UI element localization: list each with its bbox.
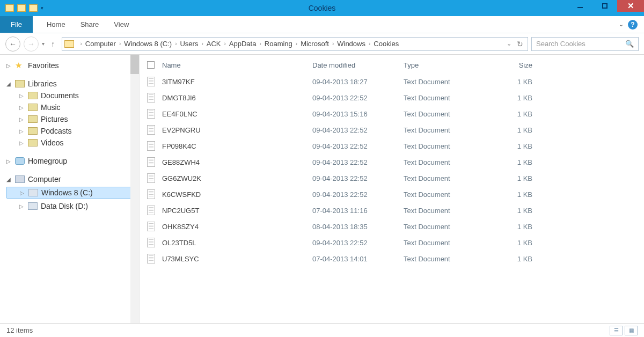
table-row[interactable]: OHK8SZY408-04-2013 18:35Text Document1 K… — [140, 218, 644, 235]
file-name: U73MLSYC — [162, 255, 312, 263]
table-row[interactable]: DMGT8JI609-04-2013 22:52Text Document1 K… — [140, 90, 644, 106]
table-row[interactable]: NPC2UG5T07-04-2013 11:16Text Document1 K… — [140, 202, 644, 218]
tree-item-music[interactable]: ▷Music — [6, 103, 136, 112]
select-all-checkbox[interactable] — [147, 61, 162, 69]
search-placeholder: Search Cookies — [536, 40, 586, 48]
table-row[interactable]: K6CWSFKD09-04-2013 22:52Text Document1 K… — [140, 186, 644, 202]
help-icon[interactable]: ? — [628, 20, 638, 30]
breadcrumb[interactable]: Microsoft — [301, 40, 329, 48]
breadcrumb[interactable]: Roaming — [265, 40, 292, 48]
file-size: 1 KB — [489, 94, 543, 102]
chevron-down-icon[interactable]: ⌄ — [507, 40, 511, 47]
breadcrumb[interactable]: Users — [180, 40, 198, 48]
chevron-down-icon[interactable]: ▾ — [42, 41, 45, 47]
expand-icon[interactable]: ▷ — [20, 190, 25, 196]
table-row[interactable]: EE4F0LNC09-04-2013 15:16Text Document1 K… — [140, 106, 644, 122]
expand-icon[interactable]: ▷ — [19, 93, 25, 99]
breadcrumb[interactable]: Windows — [337, 40, 365, 48]
tree-libraries[interactable]: ◢ Libraries — [6, 79, 136, 88]
nav-row: ← → ▾ ↑ › Computer › Windows 8 (C:) › Us… — [0, 33, 644, 55]
breadcrumb[interactable]: AppData — [229, 40, 257, 48]
status-bar: 12 items ☰ ▦ — [0, 323, 644, 337]
address-bar[interactable]: › Computer › Windows 8 (C:) › Users › AC… — [62, 37, 529, 51]
expand-icon[interactable]: ▷ — [19, 203, 25, 209]
file-size: 1 KB — [489, 126, 543, 134]
minimize-button[interactable] — [568, 0, 592, 12]
col-name[interactable]: Name — [162, 61, 312, 69]
folder-icon — [5, 4, 14, 12]
tree-item-podcasts[interactable]: ▷Podcasts — [6, 127, 136, 135]
col-date[interactable]: Date modified — [312, 61, 404, 69]
tree-item-drive-d[interactable]: ▷Data Disk (D:) — [6, 202, 136, 210]
breadcrumb[interactable]: Cookies — [374, 40, 399, 48]
maximize-button[interactable] — [592, 0, 617, 12]
col-type[interactable]: Type — [404, 61, 489, 69]
chevron-right-icon: › — [77, 41, 85, 47]
file-icon — [147, 222, 162, 231]
expand-icon[interactable]: ▷ — [19, 116, 25, 122]
col-size[interactable]: Size — [489, 61, 543, 69]
file-type: Text Document — [404, 207, 489, 215]
close-button[interactable]: ✕ — [617, 0, 644, 12]
tree-item-videos[interactable]: ▷Videos — [6, 138, 136, 147]
expand-icon[interactable]: ▷ — [19, 140, 25, 146]
expand-icon[interactable]: ▷ — [19, 128, 25, 134]
file-name: K6CWSFKD — [162, 191, 312, 199]
table-row[interactable]: OL23TD5L09-04-2013 22:52Text Document1 K… — [140, 235, 644, 251]
refresh-icon[interactable]: ↻ — [517, 40, 523, 48]
libraries-icon — [15, 80, 25, 87]
folder-icon — [17, 4, 26, 12]
scroll-thumb[interactable] — [130, 55, 139, 74]
file-list: Name Date modified Type Size 3ITM97KF09-… — [140, 55, 644, 323]
breadcrumb[interactable]: Windows 8 (C:) — [124, 40, 172, 48]
chevron-down-icon[interactable]: ⌄ — [619, 21, 624, 28]
library-icon — [28, 127, 38, 135]
back-button[interactable]: ← — [5, 36, 20, 52]
table-row[interactable]: 3ITM97KF09-04-2013 18:27Text Document1 K… — [140, 74, 644, 90]
forward-button[interactable]: → — [24, 36, 39, 52]
breadcrumb[interactable]: Computer — [85, 40, 116, 48]
scrollbar[interactable] — [130, 55, 139, 323]
tree-item-drive-c[interactable]: ▷Windows 8 (C:) — [6, 187, 136, 199]
view-icons-button[interactable]: ▦ — [625, 326, 638, 335]
file-size: 1 KB — [489, 239, 543, 247]
tree-computer[interactable]: ◢ Computer — [6, 175, 136, 184]
collapse-icon[interactable]: ◢ — [6, 81, 12, 87]
up-button[interactable]: ↑ — [48, 39, 58, 48]
tree-homegroup[interactable]: ▷ Homegroup — [6, 157, 136, 165]
folder-icon — [64, 40, 74, 48]
file-type: Text Document — [404, 174, 489, 182]
breadcrumb[interactable]: ACK — [207, 40, 221, 48]
library-icon — [28, 139, 38, 146]
tab-home[interactable]: Home — [39, 16, 73, 33]
tree-item-pictures[interactable]: ▷Pictures — [6, 115, 136, 123]
tree-label: Libraries — [28, 79, 57, 88]
table-row[interactable]: EV2PNGRU09-04-2013 22:52Text Document1 K… — [140, 122, 644, 138]
search-input[interactable]: Search Cookies 🔍 — [531, 37, 639, 51]
chevron-right-icon: › — [256, 41, 264, 47]
expand-icon[interactable]: ▷ — [6, 63, 12, 69]
tab-share[interactable]: Share — [73, 16, 107, 33]
chevron-right-icon: › — [365, 41, 374, 47]
file-date: 09-04-2013 22:52 — [312, 94, 404, 102]
tree-favorites[interactable]: ▷ ★ Favorites — [6, 61, 136, 70]
table-row[interactable]: GE88ZWH409-04-2013 22:52Text Document1 K… — [140, 154, 644, 170]
file-type: Text Document — [404, 94, 489, 102]
table-row[interactable]: U73MLSYC07-04-2013 14:01Text Document1 K… — [140, 251, 644, 267]
expand-icon[interactable]: ▷ — [6, 158, 12, 164]
tab-view[interactable]: View — [106, 16, 136, 33]
star-icon: ★ — [15, 62, 25, 69]
collapse-icon[interactable]: ◢ — [6, 177, 12, 182]
file-icon — [147, 189, 162, 199]
table-row[interactable]: GG6ZWU2K09-04-2013 22:52Text Document1 K… — [140, 170, 644, 186]
tree-item-documents[interactable]: ▷Documents — [6, 91, 136, 100]
chevron-down-icon[interactable]: ▾ — [41, 5, 43, 11]
file-tab[interactable]: File — [0, 16, 33, 33]
file-icon — [147, 77, 162, 86]
tree-label: Podcasts — [41, 127, 72, 135]
table-row[interactable]: FP098K4C09-04-2013 22:52Text Document1 K… — [140, 138, 644, 154]
file-name: GE88ZWH4 — [162, 158, 312, 166]
chevron-right-icon: › — [221, 41, 229, 47]
expand-icon[interactable]: ▷ — [19, 105, 25, 111]
view-details-button[interactable]: ☰ — [610, 326, 623, 335]
